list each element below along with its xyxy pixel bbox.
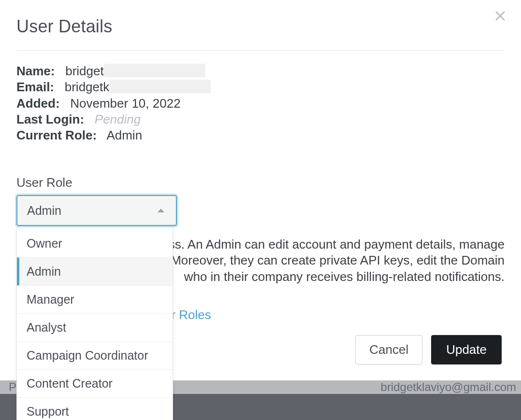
- role-option-support[interactable]: Support: [17, 397, 173, 420]
- user-details-modal: User Details Name: bridget Email: bridge…: [0, 0, 521, 226]
- dialog-footer-buttons: Cancel Update: [355, 335, 502, 364]
- role-option-admin[interactable]: Admin: [17, 257, 173, 285]
- name-value: bridget: [65, 64, 104, 78]
- current-role-value: Admin: [106, 128, 142, 142]
- last-login-value: Pending: [95, 112, 141, 126]
- user-info-block: Name: bridget Email: bridgetk Added: Nov…: [16, 63, 505, 143]
- role-option-campaign-coordinator[interactable]: Campaign Coordinator: [17, 341, 173, 369]
- redacted-block: [109, 80, 211, 93]
- email-label: Email:: [16, 80, 54, 94]
- user-role-selected-value: Admin: [27, 204, 61, 218]
- role-option-content-creator[interactable]: Content Creator: [17, 369, 173, 397]
- close-icon: [493, 8, 507, 22]
- added-value: November 10, 2022: [70, 96, 180, 111]
- divider: [16, 50, 505, 51]
- last-login-label: Last Login:: [16, 112, 84, 126]
- chevron-up-icon: [158, 209, 164, 212]
- user-role-dropdown: Owner Admin Manager Analyst Campaign Coo…: [16, 228, 173, 420]
- role-option-analyst[interactable]: Analyst: [17, 313, 173, 341]
- role-option-manager[interactable]: Manager: [17, 285, 173, 313]
- current-role-label: Current Role:: [16, 128, 97, 142]
- user-role-section-label: User Role: [16, 175, 505, 190]
- underlying-right-fragment: bridgetklaviyo@gmail.com: [381, 380, 516, 394]
- name-label: Name:: [16, 64, 55, 78]
- user-role-select[interactable]: Admin: [16, 195, 177, 226]
- added-label: Added:: [16, 96, 60, 111]
- close-button[interactable]: [493, 8, 507, 22]
- role-option-owner[interactable]: Owner: [17, 228, 173, 257]
- redacted-block: [104, 64, 205, 77]
- update-button[interactable]: Update: [431, 335, 502, 364]
- dialog-title: User Details: [16, 16, 112, 37]
- cancel-button[interactable]: Cancel: [355, 335, 422, 364]
- email-value: bridgetk: [65, 80, 110, 94]
